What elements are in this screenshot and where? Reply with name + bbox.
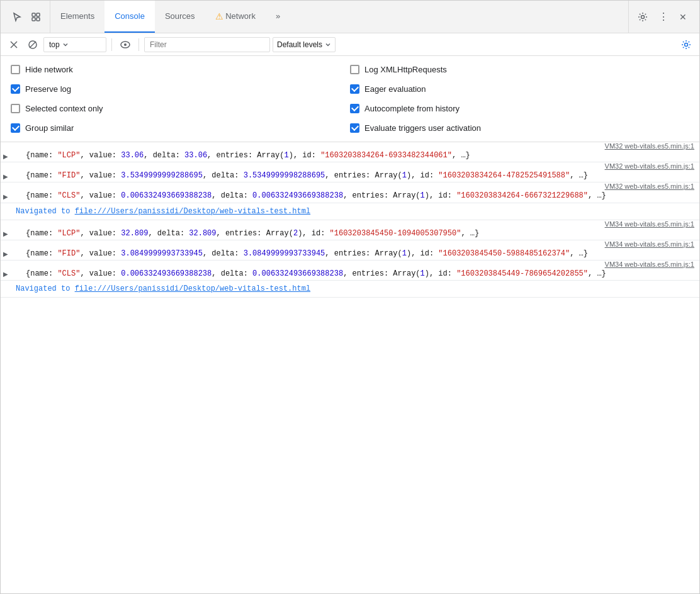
autocomplete-checkbox[interactable] bbox=[350, 104, 359, 113]
log-source: VM34 web-vitals.es5.min.js:1 bbox=[1, 220, 699, 228]
expand-arrow[interactable]: ▶ bbox=[1, 229, 11, 239]
log-entry: VM34 web-vitals.es5.min.js:1▶{name: "LCP… bbox=[1, 220, 699, 240]
devtools-left-icons bbox=[3, 1, 50, 33]
svg-rect-1 bbox=[37, 13, 40, 16]
log-entry-inner: ▶{name: "CLS", value: 0.0063324936693882… bbox=[1, 190, 699, 202]
source-link[interactable]: VM34 web-vitals.es5.min.js:1 bbox=[605, 220, 694, 228]
evaluate-triggers-checkbox[interactable] bbox=[350, 123, 359, 133]
setting-preserve-log: Preserve log bbox=[11, 81, 350, 98]
close-icon: ✕ bbox=[679, 12, 687, 22]
nav-link[interactable]: file:///Users/panissidi/Desktop/web-vita… bbox=[75, 207, 310, 216]
log-entry: VM34 web-vitals.es5.min.js:1▶{name: "FID… bbox=[1, 240, 699, 261]
filter-input[interactable] bbox=[144, 37, 270, 52]
preserve-log-label[interactable]: Preserve log bbox=[25, 84, 71, 94]
toolbar-divider-2 bbox=[138, 38, 139, 51]
tabs-list: Elements Console Sources ⚠ Network » bbox=[50, 1, 628, 33]
log-entry-inner: ▶{name: "FID", value: 3.5349999999288695… bbox=[1, 170, 699, 182]
tab-console[interactable]: Console bbox=[104, 1, 155, 33]
svg-line-6 bbox=[30, 42, 36, 48]
console-settings-btn[interactable] bbox=[678, 36, 694, 53]
tab-elements[interactable]: Elements bbox=[50, 1, 104, 33]
nav-message: Navigated to file:///Users/panissidi/Des… bbox=[1, 281, 699, 298]
clear-console-btn[interactable] bbox=[6, 36, 22, 53]
settings-panel: Hide network Log XMLHttpRequests Preserv… bbox=[1, 56, 699, 142]
warning-icon: ⚠ bbox=[215, 11, 223, 21]
block-icon-btn[interactable] bbox=[25, 36, 41, 53]
expand-arrow[interactable]: ▶ bbox=[1, 171, 11, 181]
svg-point-4 bbox=[641, 15, 645, 18]
log-source: VM34 web-vitals.es5.min.js:1 bbox=[1, 240, 699, 248]
hide-network-checkbox[interactable] bbox=[11, 65, 20, 74]
log-entry-inner: ▶{name: "FID", value: 3.0849999993733945… bbox=[1, 248, 699, 260]
nav-message: Navigated to file:///Users/panissidi/Des… bbox=[1, 203, 699, 220]
source-link[interactable]: VM34 web-vitals.es5.min.js:1 bbox=[605, 240, 694, 248]
levels-chevron-icon bbox=[325, 42, 331, 48]
group-similar-label[interactable]: Group similar bbox=[25, 123, 74, 133]
levels-selector[interactable]: Default levels bbox=[273, 37, 336, 52]
setting-group-similar: Group similar bbox=[11, 120, 350, 137]
tab-more[interactable]: » bbox=[266, 1, 290, 33]
more-options-btn[interactable]: ⋮ bbox=[654, 8, 672, 26]
tab-sources[interactable]: Sources bbox=[155, 1, 205, 33]
console-toolbar: top Default levels bbox=[1, 33, 699, 56]
source-link[interactable]: VM32 web-vitals.es5.min.js:1 bbox=[605, 142, 694, 150]
svg-point-9 bbox=[685, 43, 688, 46]
levels-label: Default levels bbox=[277, 40, 322, 49]
expand-arrow[interactable]: ▶ bbox=[1, 269, 11, 279]
close-devtools-btn[interactable]: ✕ bbox=[674, 8, 692, 26]
cursor-icon-btn[interactable] bbox=[8, 8, 26, 26]
log-entry: VM32 web-vitals.es5.min.js:1▶{name: "FID… bbox=[1, 162, 699, 182]
log-xmlhttp-label[interactable]: Log XMLHttpRequests bbox=[364, 65, 447, 74]
devtools-right-icons: ⋮ ✕ bbox=[628, 1, 697, 33]
expand-arrow[interactable]: ▶ bbox=[1, 191, 11, 201]
log-entry-inner: ▶{name: "CLS", value: 0.0063324936693882… bbox=[1, 268, 699, 280]
expand-arrow[interactable]: ▶ bbox=[1, 151, 11, 161]
nav-link[interactable]: file:///Users/panissidi/Desktop/web-vita… bbox=[75, 284, 310, 293]
hide-network-label[interactable]: Hide network bbox=[25, 65, 73, 74]
selected-context-checkbox[interactable] bbox=[11, 104, 20, 113]
source-link[interactable]: VM32 web-vitals.es5.min.js:1 bbox=[605, 162, 694, 170]
log-source: VM34 web-vitals.es5.min.js:1 bbox=[1, 261, 699, 268]
eager-evaluation-label[interactable]: Eager evaluation bbox=[364, 84, 426, 94]
log-entry: VM34 web-vitals.es5.min.js:1▶{name: "CLS… bbox=[1, 261, 699, 281]
chevron-down-icon bbox=[62, 42, 69, 48]
preserve-log-checkbox[interactable] bbox=[11, 84, 20, 94]
tab-bar: Elements Console Sources ⚠ Network » ⋮ ✕ bbox=[1, 1, 699, 33]
log-entry: VM32 web-vitals.es5.min.js:1▶{name: "LCP… bbox=[1, 142, 699, 162]
svg-point-8 bbox=[124, 43, 127, 46]
selected-context-label[interactable]: Selected context only bbox=[25, 104, 103, 113]
three-dots-icon: ⋮ bbox=[658, 11, 668, 23]
expand-arrow[interactable]: ▶ bbox=[1, 249, 11, 259]
element-picker-btn[interactable] bbox=[27, 8, 45, 26]
evaluate-triggers-label[interactable]: Evaluate triggers user activation bbox=[364, 123, 481, 133]
setting-evaluate-triggers: Evaluate triggers user activation bbox=[350, 120, 689, 137]
setting-autocomplete: Autocomplete from history bbox=[350, 100, 689, 117]
toolbar-divider-1 bbox=[111, 38, 112, 51]
log-entry-inner: ▶{name: "LCP", value: 32.809, delta: 32.… bbox=[1, 228, 699, 240]
svg-rect-3 bbox=[37, 18, 40, 21]
settings-icon-btn[interactable] bbox=[634, 8, 652, 26]
setting-selected-context: Selected context only bbox=[11, 100, 350, 117]
eye-icon-btn[interactable] bbox=[117, 36, 133, 53]
console-log-area: VM32 web-vitals.es5.min.js:1▶{name: "LCP… bbox=[1, 142, 699, 298]
svg-rect-0 bbox=[32, 13, 35, 16]
setting-hide-network: Hide network bbox=[11, 61, 350, 78]
setting-eager-evaluation: Eager evaluation bbox=[350, 81, 689, 98]
log-source: VM32 web-vitals.es5.min.js:1 bbox=[1, 162, 699, 170]
eager-evaluation-checkbox[interactable] bbox=[350, 84, 359, 94]
log-xmlhttp-checkbox[interactable] bbox=[350, 65, 359, 74]
group-similar-checkbox[interactable] bbox=[11, 123, 20, 133]
log-source: VM32 web-vitals.es5.min.js:1 bbox=[1, 182, 699, 190]
autocomplete-label[interactable]: Autocomplete from history bbox=[364, 104, 460, 113]
tab-network[interactable]: ⚠ Network bbox=[205, 1, 266, 33]
source-link[interactable]: VM34 web-vitals.es5.min.js:1 bbox=[605, 261, 694, 268]
log-entry: VM32 web-vitals.es5.min.js:1▶{name: "CLS… bbox=[1, 182, 699, 203]
context-selector[interactable]: top bbox=[43, 37, 106, 52]
log-entry-inner: ▶{name: "LCP", value: 33.06, delta: 33.0… bbox=[1, 150, 699, 162]
context-value: top bbox=[49, 40, 60, 49]
setting-log-xmlhttp: Log XMLHttpRequests bbox=[350, 61, 689, 78]
source-link[interactable]: VM32 web-vitals.es5.min.js:1 bbox=[605, 182, 694, 190]
log-source: VM32 web-vitals.es5.min.js:1 bbox=[1, 142, 699, 150]
svg-rect-2 bbox=[32, 18, 35, 21]
